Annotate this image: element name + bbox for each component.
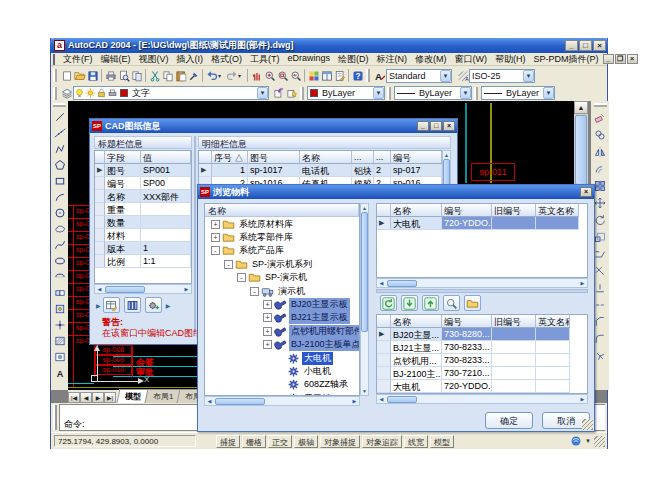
column-header-旧编号[interactable]: 旧编号	[492, 204, 536, 217]
table-row[interactable]: BJ-2100主...730-7210...	[377, 367, 587, 380]
make-block-icon[interactable]	[53, 301, 66, 317]
tree-hscrollbar[interactable]: ◀▶	[204, 396, 360, 406]
polyline-icon[interactable]	[53, 141, 66, 157]
status-menu-arrow[interactable]: ▼	[585, 438, 591, 444]
column-header-旧编号[interactable]: 旧编号	[492, 315, 536, 328]
maximize-button[interactable]: □	[579, 40, 592, 51]
status-toggle-对象捕捉[interactable]: 对象捕捉	[320, 435, 360, 448]
polygon-icon[interactable]	[53, 157, 66, 173]
column-header-名称[interactable]: 名称	[391, 315, 442, 328]
gear-add-icon[interactable]	[145, 297, 162, 313]
column-header-...[interactable]: ...	[374, 151, 391, 164]
menu-格式(O)[interactable]: 格式(O)	[207, 53, 246, 66]
title-bar[interactable]: a AutoCAD 2004 - [E:\UG\dwg\图纸\测试用图(部件).…	[50, 38, 608, 53]
item-props-icon[interactable]	[464, 295, 481, 311]
horizontal-splitter[interactable]	[376, 289, 588, 293]
menu-工具(T)[interactable]: 工具(T)	[246, 53, 284, 66]
column-header-值[interactable]: 值	[141, 151, 191, 164]
tab-first-button[interactable]: |◀	[68, 392, 80, 403]
properties-icon[interactable]	[307, 68, 320, 83]
line-icon[interactable]	[53, 109, 66, 125]
expand-icon[interactable]: +	[211, 233, 220, 242]
toolbar-grip[interactable]	[53, 87, 57, 100]
zoom-previous-icon[interactable]	[289, 68, 302, 83]
rectangle-icon[interactable]	[53, 173, 66, 189]
toolbar-grip[interactable]	[366, 69, 370, 82]
table-row[interactable]: 大电机720-YDDO...	[377, 380, 587, 393]
table-row[interactable]: 重量	[95, 203, 191, 216]
columns-icon[interactable]	[124, 297, 141, 313]
insert-block-icon[interactable]	[53, 285, 66, 301]
designcenter-icon[interactable]	[320, 68, 333, 83]
menu-编辑(E)[interactable]: 编辑(E)	[97, 53, 135, 66]
tree-item-BJ21主显示板[interactable]: +BJ21主显示板	[205, 311, 359, 325]
move-icon[interactable]	[594, 194, 607, 211]
hatch-icon[interactable]	[53, 333, 66, 349]
menu-绘图(D)[interactable]: 绘图(D)	[334, 53, 373, 66]
status-toggle-对象追踪[interactable]: 对象追踪	[362, 435, 402, 448]
ok-button[interactable]: 确定	[485, 412, 533, 429]
status-toggle-捕捉[interactable]: 捕捉	[216, 435, 240, 448]
region-icon[interactable]	[53, 349, 66, 365]
dropdown-arrow-icon[interactable]: ▾	[218, 68, 225, 83]
spline-icon[interactable]	[53, 237, 66, 253]
expand-icon[interactable]: +	[263, 340, 272, 349]
dim-style-icon[interactable]: A	[456, 68, 469, 83]
menu-帮助(H)[interactable]: 帮助(H)	[491, 53, 530, 66]
plot-icon[interactable]	[104, 68, 117, 83]
menu-SP-PDM插件(P)[interactable]: SP-PDM插件(P)	[530, 53, 603, 66]
publish-icon[interactable]	[130, 68, 143, 83]
command-window-grip[interactable]	[53, 405, 57, 430]
erase-icon[interactable]	[594, 109, 607, 126]
menu-修改(M)[interactable]: 修改(M)	[411, 53, 451, 66]
tree-vscrollbar[interactable]: ▲▼	[360, 203, 369, 396]
tree-item-小电机[interactable]: 小电机	[205, 364, 359, 378]
collapse-icon[interactable]: -	[237, 273, 246, 282]
communication-center-icon[interactable]	[569, 434, 582, 449]
mdi-restore-button[interactable]: ❐	[615, 54, 626, 64]
panel-splitter[interactable]	[194, 136, 196, 332]
expand-icon[interactable]: +	[211, 220, 220, 229]
column-header-名称[interactable]: 名称	[300, 151, 352, 164]
tab-prev-button[interactable]: ◀	[80, 392, 92, 403]
mtext-icon[interactable]: A	[53, 365, 66, 381]
table-row[interactable]: 编号SP00	[95, 177, 191, 190]
tree-item-演示机[interactable]: -演示机	[205, 284, 359, 298]
table-row[interactable]: 点钞机用...730-8233...	[377, 354, 587, 367]
linetype-combo[interactable]: ByLayer▼	[394, 86, 472, 100]
resize-grip[interactable]	[594, 436, 605, 447]
scale-icon[interactable]	[594, 228, 607, 245]
table-row[interactable]: 名称XXX部件	[95, 190, 191, 203]
menu-eDrawings[interactable]: eDrawings	[284, 53, 335, 66]
color-combo[interactable]: ByLayer▼	[307, 86, 385, 100]
table-row[interactable]: ▶1sp-1017电话机铝块2sp-017	[199, 164, 441, 177]
title-block-table[interactable]: 字段值▶图号SP001编号SP00名称XXX部件重量数量材料版本1比例1:1	[94, 150, 192, 284]
mdi-minimize-button[interactable]: _	[603, 54, 614, 64]
dim-style-combo[interactable]: ISO-25▼	[469, 69, 535, 83]
menu-标注(N)[interactable]: 标注(N)	[373, 53, 412, 66]
extend-icon[interactable]	[594, 279, 607, 296]
status-toggle-栅格[interactable]: 栅格	[242, 435, 266, 448]
new-icon[interactable]	[60, 68, 73, 83]
pan-icon[interactable]	[250, 68, 263, 83]
dialog-minimize-button[interactable]: _	[417, 121, 429, 131]
column-header-图号[interactable]: 图号	[248, 151, 300, 164]
lineweight-combo[interactable]: ByLayer▼	[481, 86, 555, 100]
dialog-maximize-button[interactable]: □	[430, 121, 442, 131]
column-header-编号[interactable]: 编号	[442, 315, 492, 328]
fillet-icon[interactable]	[594, 330, 607, 347]
preview-icon[interactable]	[117, 68, 130, 83]
cad-info-dialog-titlebar[interactable]: SP CAD图纸信息 _ □ ×	[90, 119, 457, 133]
break-icon[interactable]	[594, 296, 607, 313]
dialog-resize-grip[interactable]	[582, 419, 593, 430]
status-toggle-线宽[interactable]: 线宽	[404, 435, 428, 448]
help-icon[interactable]: ?	[351, 68, 364, 83]
toolbar-grip[interactable]	[387, 87, 391, 100]
text-style-icon[interactable]: A	[373, 68, 386, 83]
expand-icon[interactable]: +	[263, 327, 272, 336]
collapse-icon[interactable]: -	[250, 287, 259, 296]
menu-窗口(W)[interactable]: 窗口(W)	[451, 53, 492, 66]
matchprop-icon[interactable]	[187, 68, 200, 83]
table-row[interactable]: 材料	[95, 229, 191, 242]
selected-material-table[interactable]: 名称编号旧编号英文名称▶大电机720-YDDO...	[376, 203, 588, 278]
